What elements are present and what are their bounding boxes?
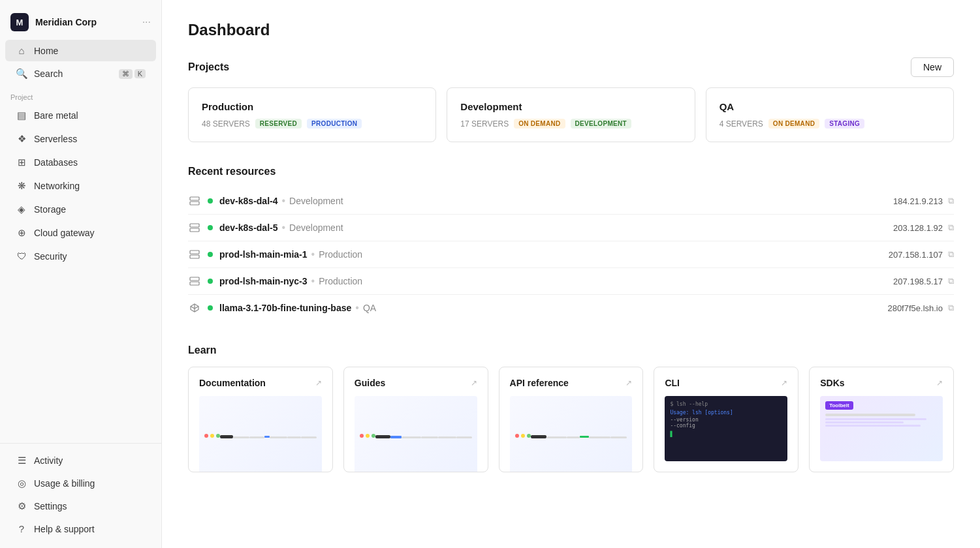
learn-card-documentation[interactable]: Documentation ↗ [188,367,333,472]
sidebar-item-settings[interactable]: ⚙ Settings [5,495,156,517]
brand-name: Meridian Corp [35,17,97,27]
sidebar-item-label: Cloud gateway [34,228,95,238]
recent-resources-section: Recent resources dev-k8s-dal-4 • Develop… [188,166,954,321]
learn-card-guides[interactable]: Guides ↗ [343,367,488,472]
resource-project: QA [363,303,376,313]
search-icon: 🔍 [16,68,27,80]
new-project-button[interactable]: New [911,57,954,77]
resource-row[interactable]: prod-lsh-main-mia-1 • Production 207.158… [188,241,954,268]
project-name: Development [460,101,681,112]
learn-section: Learn Documentation ↗ [188,344,954,472]
project-card-production[interactable]: Production 48 SERVERS RESERVED PRODUCTIO… [188,87,436,142]
status-dot [208,252,213,257]
sidebar-item-label: Storage [34,204,66,215]
learn-card-title: SDKs [820,378,844,388]
resource-ip: 203.128.1.92 ⧉ [893,222,954,233]
sidebar-header: M Meridian Corp ··· [0,8,161,39]
external-link-icon: ↗ [625,378,632,388]
brand-avatar: M [10,13,29,31]
copy-icon[interactable]: ⧉ [948,303,954,313]
settings-icon: ⚙ [16,500,27,512]
projects-header: Projects New [188,57,954,77]
sidebar-search[interactable]: 🔍 Search ⌘ K [5,63,156,85]
external-link-icon: ↗ [471,378,477,388]
sidebar: M Meridian Corp ··· ⌂ Home 🔍 Search ⌘ K … [0,0,162,548]
copy-icon[interactable]: ⧉ [948,196,954,206]
sidebar-item-networking[interactable]: ❋ Networking [5,175,156,197]
server-count: 48 SERVERS [202,119,250,129]
bare-metal-icon: ▤ [16,110,27,121]
learn-card-header: SDKs ↗ [820,378,943,388]
usage-billing-icon: ◎ [16,478,27,489]
sidebar-menu-dots[interactable]: ··· [142,16,151,28]
svg-rect-2 [190,224,199,227]
resource-ip: 207.198.5.17 ⧉ [893,276,954,286]
help-icon: ? [16,523,27,534]
networking-icon: ❋ [16,180,27,192]
resource-project: Development [289,196,343,206]
resource-row[interactable]: llama-3.1-70b-fine-tuning-base • QA 280f… [188,295,954,321]
sidebar-item-label: Networking [34,181,80,191]
copy-icon[interactable]: ⧉ [948,222,954,233]
project-card-development[interactable]: Development 17 SERVERS ON DEMAND DEVELOP… [447,87,695,142]
activity-icon: ☰ [16,455,27,466]
learn-card-cli[interactable]: CLI ↗ $ lsh --help Usage: lsh [options] … [654,367,798,472]
sidebar-item-bare-metal[interactable]: ▤ Bare metal [5,104,156,127]
copy-icon[interactable]: ⧉ [948,249,954,260]
sidebar-item-cloud-gateway[interactable]: ⊕ Cloud gateway [5,222,156,244]
learn-card-title: CLI [665,378,680,388]
sidebar-item-label: Databases [34,157,78,168]
sidebar-item-security[interactable]: 🛡 Security [5,245,156,267]
project-card-qa[interactable]: QA 4 SERVERS ON DEMAND STAGING [706,87,954,142]
serverless-icon: ❖ [16,133,27,145]
main-content: Dashboard Projects New Production 48 SER… [162,0,980,548]
sidebar-item-label: Serverless [34,134,77,144]
sidebar-item-usage-billing[interactable]: ◎ Usage & billing [5,472,156,495]
sidebar-item-databases[interactable]: ⊞ Databases [5,151,156,174]
learn-card-preview: $ lsh --help Usage: lsh [options] --vers… [665,396,787,461]
resource-ip: 280f7f5e.lsh.io ⧉ [887,303,954,313]
learn-card-header: Documentation ↗ [199,378,322,388]
badge-production: PRODUCTION [307,119,362,129]
resource-row[interactable]: dev-k8s-dal-5 • Development 203.128.1.92… [188,215,954,241]
resource-name: prod-lsh-main-mia-1 [219,249,308,260]
sidebar-item-serverless[interactable]: ❖ Serverless [5,128,156,150]
learn-card-preview [510,396,633,472]
copy-icon[interactable]: ⧉ [948,276,954,286]
status-dot [208,225,213,230]
status-dot [208,305,213,311]
external-link-icon: ↗ [781,378,787,388]
resource-row[interactable]: dev-k8s-dal-4 • Development 184.21.9.213… [188,188,954,215]
status-dot [208,198,213,204]
sidebar-item-label: Usage & billing [34,478,95,489]
databases-icon: ⊞ [16,157,27,168]
page-title: Dashboard [188,21,954,39]
svg-rect-7 [190,282,199,285]
sidebar-item-help-support[interactable]: ? Help & support [5,518,156,540]
external-link-icon: ↗ [936,378,943,388]
search-shortcut: ⌘ K [119,69,146,79]
cube-icon [188,301,201,314]
svg-rect-3 [190,228,199,232]
learn-card-title: Documentation [199,378,266,388]
learn-card-sdks[interactable]: SDKs ↗ Toolbelt [809,367,954,472]
learn-card-api-reference[interactable]: API reference ↗ [499,367,644,472]
sidebar-item-activity[interactable]: ☰ Activity [5,449,156,472]
resource-row[interactable]: prod-lsh-main-nyc-3 • Production 207.198… [188,268,954,295]
project-meta: 48 SERVERS RESERVED PRODUCTION [202,119,422,129]
project-meta: 4 SERVERS ON DEMAND STAGING [719,119,940,129]
recent-resources-title: Recent resources [188,166,954,177]
key-k: K [134,69,146,78]
security-icon: 🛡 [16,251,27,262]
resource-name: prod-lsh-main-nyc-3 [219,276,308,286]
resource-ip: 184.21.9.213 ⧉ [893,196,954,206]
sidebar-item-home[interactable]: ⌂ Home [5,40,156,61]
section-project-label: Project [0,88,161,104]
learn-card-header: Guides ↗ [355,378,477,388]
projects-grid: Production 48 SERVERS RESERVED PRODUCTIO… [188,87,954,142]
learn-grid: Documentation ↗ Guides ↗ [188,367,954,472]
project-name: QA [719,101,940,112]
sidebar-item-storage[interactable]: ◈ Storage [5,198,156,221]
brand[interactable]: M Meridian Corp [10,13,97,31]
learn-card-preview: Toolbelt [820,396,943,461]
